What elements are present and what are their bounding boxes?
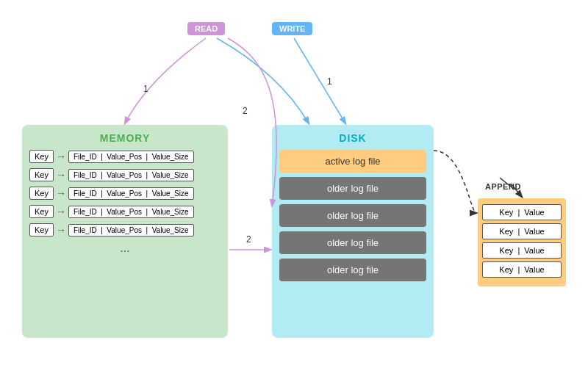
value-label-2: File_ID | Value_Pos | Value_Size [68, 187, 194, 200]
log-detail-box: Key | Value Key | Value Key | Value Key … [478, 198, 566, 286]
svg-line-0 [294, 38, 345, 123]
older-log-file-1: older log file [279, 204, 426, 227]
older-log-file-0: older log file [279, 177, 426, 200]
key-label-0: Key [29, 150, 54, 163]
memory-box: MEMORY Key → File_ID | Value_Pos | Value… [22, 125, 228, 338]
memory-row-4: Key → File_ID | Value_Pos | Value_Size [29, 223, 220, 236]
older-log-file-3: older log file [279, 259, 426, 281]
arrow-4: → [56, 224, 66, 236]
log-row-1: Key | Value [482, 223, 562, 239]
memory-row-3: Key → File_ID | Value_Pos | Value_Size [29, 205, 220, 218]
active-log-file: active log file [279, 150, 426, 173]
memory-row-0: Key → File_ID | Value_Pos | Value_Size [29, 150, 220, 163]
svg-text:2: 2 [243, 106, 248, 116]
append-label: APPEND [485, 182, 521, 191]
log-row-0: Key | Value [482, 204, 562, 220]
value-label-1: File_ID | Value_Pos | Value_Size [68, 169, 194, 181]
dots: ... [29, 242, 220, 255]
value-label-3: File_ID | Value_Pos | Value_Size [68, 206, 194, 218]
read-button[interactable]: READ [187, 22, 225, 35]
value-label-4: File_ID | Value_Pos | Value_Size [68, 224, 194, 236]
memory-title: MEMORY [29, 132, 220, 144]
arrow-3: → [56, 206, 66, 217]
arrow-2: → [56, 187, 66, 199]
memory-row-2: Key → File_ID | Value_Pos | Value_Size [29, 187, 220, 200]
older-log-file-2: older log file [279, 231, 426, 254]
svg-text:1: 1 [143, 84, 148, 94]
memory-row-1: Key → File_ID | Value_Pos | Value_Size [29, 168, 220, 181]
svg-text:1: 1 [327, 76, 332, 87]
disk-title: DISK [279, 132, 426, 144]
key-label-4: Key [29, 223, 54, 236]
arrow-1: → [56, 169, 66, 181]
key-label-2: Key [29, 187, 54, 200]
log-row-2: Key | Value [482, 242, 562, 259]
arrow-0: → [56, 151, 66, 162]
key-label-3: Key [29, 205, 54, 218]
svg-text:2: 2 [246, 234, 251, 245]
log-row-3: Key | Value [482, 261, 562, 278]
disk-box: DISK active log file older log file olde… [272, 125, 434, 338]
write-button[interactable]: WRITE [272, 22, 312, 35]
value-label-0: File_ID | Value_Pos | Value_Size [68, 151, 194, 163]
diagram: READ WRITE MEMORY Key → File_ID | Value_… [0, 0, 588, 390]
key-label-1: Key [29, 168, 54, 181]
